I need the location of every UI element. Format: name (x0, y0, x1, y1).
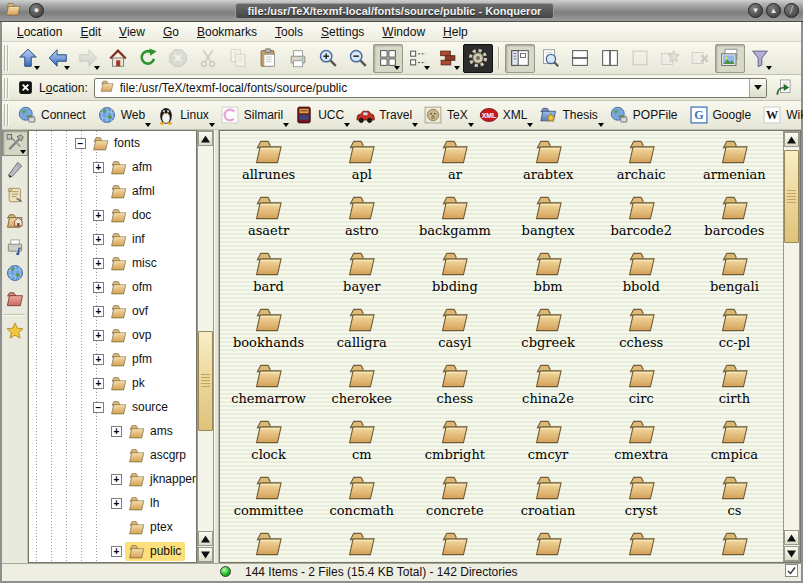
folder-item-apl[interactable]: apl (315, 135, 408, 191)
folder-item-bard[interactable]: bard (222, 247, 315, 303)
bookmark-xml[interactable]: XMLXML (475, 103, 535, 127)
filter-button[interactable] (745, 44, 775, 73)
folder-item-cirth[interactable]: cirth (688, 359, 781, 415)
folder-item-barcodes[interactable]: barcodes (688, 191, 781, 247)
folder-item-partial[interactable] (222, 527, 315, 562)
scroll-up-button-2[interactable] (784, 530, 799, 545)
title-bar[interactable]: ● file:/usr/TeX/texmf-local/fonts/source… (0, 0, 803, 22)
tree-expander-icon[interactable]: + (93, 378, 104, 389)
menu-tools[interactable]: Tools (266, 23, 312, 41)
image-gallery-button[interactable] (715, 44, 745, 73)
detail-view-mode-button[interactable] (433, 44, 463, 73)
folder-item-bayer[interactable]: bayer (315, 247, 408, 303)
up-button[interactable] (13, 44, 43, 73)
folder-item-china2e[interactable]: china2e (501, 359, 594, 415)
folder-item-cs[interactable]: cs (688, 471, 781, 527)
sticky-button[interactable]: ● (29, 3, 44, 18)
tree-scrollbar[interactable] (197, 130, 214, 563)
scroll-down-button[interactable] (198, 547, 213, 562)
folder-item-backgamm[interactable]: backgamm (408, 191, 501, 247)
tree-item-source[interactable]: −source (29, 395, 196, 419)
tree-item-ams[interactable]: +ams (29, 419, 196, 443)
toolbar-grip[interactable] (4, 45, 9, 71)
home-button[interactable] (103, 44, 133, 73)
scroll-thumb[interactable] (198, 331, 213, 431)
bookmark-linux[interactable]: Linux (152, 103, 216, 127)
folder-item-bengali[interactable]: bengali (688, 247, 781, 303)
location-combobox[interactable]: file:/usr/TeX/texmf-local/fonts/source/p… (94, 78, 767, 98)
menu-window[interactable]: Window (373, 23, 434, 41)
print-button[interactable] (283, 44, 313, 73)
tree-item-pfm[interactable]: +pfm (29, 347, 196, 371)
menu-settings[interactable]: Settings (312, 23, 373, 41)
tree-item-misc[interactable]: +misc (29, 251, 196, 275)
location-input[interactable]: file:/usr/TeX/texmf-local/fonts/source/p… (120, 81, 347, 95)
tree-item-inf[interactable]: +inf (29, 227, 196, 251)
tree-expander-icon[interactable]: + (93, 282, 104, 293)
folder-item-cbgreek[interactable]: cbgreek (501, 303, 594, 359)
zoom-in-button[interactable] (313, 44, 343, 73)
linked-view-checkbox[interactable] (785, 564, 798, 580)
close-button[interactable]: ⧸ (784, 3, 799, 18)
tree-expander-icon[interactable]: + (93, 306, 104, 317)
tree-item-doc[interactable]: +doc (29, 203, 196, 227)
folder-item-partial[interactable] (315, 527, 408, 562)
tree-expander-icon[interactable]: + (93, 330, 104, 341)
bookmark-connect[interactable]: Connect (13, 103, 93, 127)
sidebar-configure-panel[interactable] (2, 130, 28, 156)
split-view-top-bottom-button[interactable] (565, 44, 595, 73)
folder-item-cmpica[interactable]: cmpica (688, 415, 781, 471)
sidebar-services-tab[interactable] (2, 234, 28, 260)
tree-item-afml[interactable]: afml (29, 179, 196, 203)
menu-edit[interactable]: Edit (71, 23, 110, 41)
tree-item-ascgrp[interactable]: ascgrp (29, 443, 196, 467)
icon-view-scrollbar[interactable] (783, 131, 800, 562)
tree-expander-icon[interactable]: + (93, 258, 104, 269)
tree-item-fonts[interactable]: −fonts (29, 131, 196, 155)
folder-item-partial[interactable] (688, 527, 781, 562)
bookmark-web[interactable]: Web (93, 103, 152, 127)
folder-item-bookhands[interactable]: bookhands (222, 303, 315, 359)
folder-item-barcode2[interactable]: barcode2 (595, 191, 688, 247)
location-dropdown-button[interactable] (749, 79, 766, 97)
folder-item-armenian[interactable]: armenian (688, 135, 781, 191)
paste-button[interactable] (253, 44, 283, 73)
sidebar-pen-tab[interactable] (2, 156, 28, 182)
folder-item-calligra[interactable]: calligra (315, 303, 408, 359)
menu-help[interactable]: Help (434, 23, 477, 41)
sidebar-bookmarks-tab[interactable] (2, 318, 28, 344)
find-file-button[interactable] (535, 44, 565, 73)
folder-item-astro[interactable]: astro (315, 191, 408, 247)
folder-item-bbm[interactable]: bbm (501, 247, 594, 303)
scroll-down-button[interactable] (784, 546, 799, 561)
bookmark-google[interactable]: GGoogle (685, 103, 759, 127)
folder-item-ar[interactable]: ar (408, 135, 501, 191)
reload-button[interactable] (133, 44, 163, 73)
bookmark-tex[interactable]: TeX (419, 103, 475, 127)
folder-item-concrete[interactable]: concrete (408, 471, 501, 527)
folder-item-asaetr[interactable]: asaetr (222, 191, 315, 247)
bookmark-wikipedia[interactable]: WWikipedia (758, 103, 803, 127)
tree-item-lh[interactable]: +lh (29, 491, 196, 515)
scroll-up-button[interactable] (784, 132, 799, 147)
tree-item-ovp[interactable]: +ovp (29, 323, 196, 347)
bookmark-silmaril[interactable]: Silmaril (216, 103, 290, 127)
menu-go[interactable]: Go (154, 23, 188, 41)
menu-view[interactable]: View (110, 23, 154, 41)
tree-expander-icon[interactable]: − (93, 402, 104, 413)
folder-item-archaic[interactable]: archaic (595, 135, 688, 191)
folder-item-bbding[interactable]: bbding (408, 247, 501, 303)
clear-location-button[interactable] (13, 77, 37, 99)
location-toolbar-grip[interactable] (4, 78, 9, 98)
folder-item-cmextra[interactable]: cmextra (595, 415, 688, 471)
bookmark-travel[interactable]: Travel (351, 103, 419, 127)
zoom-out-button[interactable] (343, 44, 373, 73)
tree-item-ptex[interactable]: ptex (29, 515, 196, 539)
back-button[interactable] (43, 44, 73, 73)
sidebar-home-folder-tab[interactable] (2, 208, 28, 234)
scroll-up-button-2[interactable] (198, 531, 213, 546)
folder-item-partial[interactable] (408, 527, 501, 562)
split-view-left-right-button[interactable] (595, 44, 625, 73)
tree-expander-icon[interactable]: − (75, 138, 86, 149)
folder-item-bbold[interactable]: bbold (595, 247, 688, 303)
